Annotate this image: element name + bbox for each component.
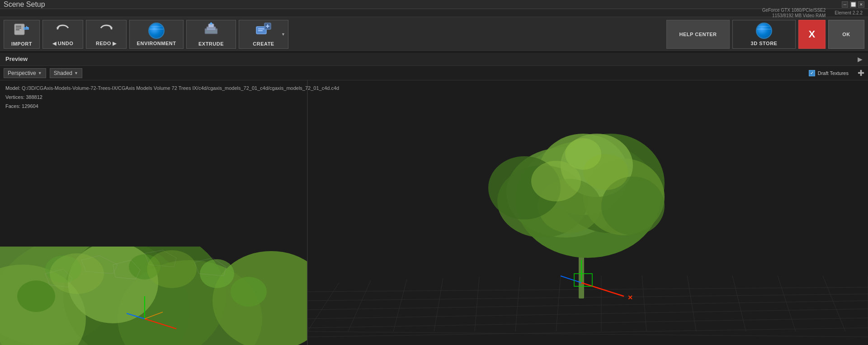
svg-rect-1 (16, 26, 21, 27)
vertices-value: 388812 (26, 94, 42, 100)
model-path: Q:/3D/CGAxis-Models-Volume-72-Trees-IX/C… (22, 85, 339, 91)
svg-rect-3 (16, 29, 19, 30)
svg-point-84 (147, 250, 197, 288)
svg-rect-2 (16, 28, 21, 28)
cancel-x-button[interactable]: X (798, 20, 826, 49)
perspective-dropdown-arrow: ▼ (38, 71, 42, 75)
svg-rect-5 (24, 27, 29, 30)
x-label: X (808, 28, 815, 40)
toolbar: IMPORT ◀ UNDO REDO ▶ ENVIRONMENT (0, 17, 868, 52)
import-button[interactable]: IMPORT (4, 20, 40, 49)
shaded-dropdown[interactable]: Shaded ▼ (50, 68, 82, 78)
element-version: Element 2.2.2 (835, 10, 863, 15)
viewport: Perspective ▼ Shaded ▼ Draft Textures ✚ … (0, 66, 868, 345)
ok-button[interactable]: OK (828, 20, 864, 49)
faces-row: Faces: 129604 (5, 102, 339, 111)
environment-label: ENVIRONMENT (137, 41, 176, 46)
model-path-row: Model: Q:/3D/CGAxis-Models-Volume-72-Tre… (5, 84, 339, 93)
draft-textures-area: Draft Textures (809, 70, 849, 76)
ok-label: OK (842, 32, 850, 37)
model-info: Model: Q:/3D/CGAxis-Models-Volume-72-Tre… (5, 84, 339, 111)
3d-store-label: 3D STORE (751, 41, 778, 46)
3d-store-icon (756, 23, 772, 39)
viewport-controls: Perspective ▼ Shaded ▼ Draft Textures ✚ (0, 66, 868, 80)
svg-point-77 (231, 277, 267, 307)
environment-button[interactable]: ENVIRONMENT (129, 20, 184, 49)
svg-point-76 (17, 280, 55, 312)
title-bar: Scene Setup ─ ⬜ ✕ (0, 0, 868, 9)
maximize-button[interactable]: ⬜ (850, 1, 856, 8)
svg-point-64 (565, 138, 601, 170)
faces-label: Faces: (5, 103, 20, 109)
top-info-bar: GeForce GTX 1080/PCIe/SSE2 1153/8192 MB … (0, 9, 868, 17)
redo-label: REDO ▶ (96, 41, 117, 47)
perspective-dropdown[interactable]: Perspective ▼ (4, 68, 46, 78)
environment-icon (148, 23, 165, 39)
import-label: IMPORT (11, 41, 32, 47)
extrude-icon (203, 22, 219, 39)
gpu-line1: GeForce GTX 1080/PCIe/SSE2 (762, 8, 826, 13)
draft-textures-checkbox[interactable] (809, 70, 815, 76)
shaded-dropdown-arrow: ▼ (74, 71, 78, 75)
preview-label: Preview (5, 56, 28, 62)
create-button[interactable]: CREATE ▼ (239, 20, 288, 49)
svg-point-75 (200, 259, 234, 288)
3d-store-button[interactable]: 3D STORE (732, 20, 796, 49)
gpu-line2: 1153/8192 MB Video RAM (762, 13, 826, 19)
draft-textures-label: Draft Textures (818, 70, 849, 76)
extrude-label: EXTRUDE (198, 41, 224, 47)
svg-point-83 (50, 253, 104, 294)
gpu-info: GeForce GTX 1080/PCIe/SSE2 1153/8192 MB … (762, 8, 826, 19)
undo-button[interactable]: ◀ UNDO (42, 20, 83, 49)
perspective-label: Perspective (8, 70, 36, 76)
model-label: Model: (5, 85, 20, 91)
x-marker: ✕ (627, 294, 633, 301)
minimize-button[interactable]: ─ (842, 1, 848, 8)
preview-expand-button[interactable]: ▶ (858, 56, 863, 63)
viewport-add-button[interactable]: ✚ (858, 68, 864, 78)
create-icon (255, 22, 272, 39)
redo-button[interactable]: REDO ▶ (86, 20, 127, 49)
close-window-button[interactable]: ✕ (858, 1, 864, 8)
faces-value: 129604 (22, 103, 38, 109)
svg-rect-15 (258, 30, 263, 31)
vertices-label: Vertices: (5, 94, 24, 100)
undo-icon (55, 23, 71, 39)
svg-marker-12 (209, 22, 213, 24)
help-center-label: HELP CENTER (679, 32, 717, 37)
redo-icon (98, 23, 114, 39)
svg-rect-14 (258, 28, 264, 29)
preview-bar: Preview ▶ (0, 52, 868, 66)
vertices-row: Vertices: 388812 (5, 93, 339, 102)
undo-label: ◀ UNDO (52, 41, 73, 47)
import-icon (14, 22, 30, 39)
help-center-button[interactable]: HELP CENTER (666, 20, 730, 49)
title-bar-controls: ─ ⬜ ✕ (842, 1, 864, 8)
extrude-button[interactable]: EXTRUDE (186, 20, 236, 49)
shaded-label: Shaded (54, 70, 72, 76)
create-label: CREATE (253, 41, 274, 47)
window-title: Scene Setup (4, 0, 45, 9)
